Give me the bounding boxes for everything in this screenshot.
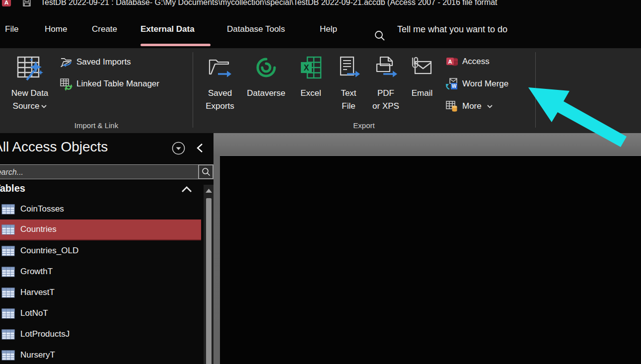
more-label: More (462, 101, 482, 111)
excel-label: Excel (294, 87, 327, 100)
svg-text:W: W (452, 83, 457, 89)
export-access-button[interactable]: A Access (445, 55, 490, 69)
table-row[interactable]: CoinTosses (0, 199, 201, 219)
table-icon (1, 224, 15, 235)
svg-text:A: A (4, 0, 9, 6)
window-title: TestDB 2022-09-21 : Database- G:\My Docu… (41, 0, 498, 7)
table-row[interactable]: LotNoT (0, 303, 201, 324)
email-icon (410, 55, 434, 81)
dataverse-label: Dataverse (242, 87, 290, 100)
linked-table-manager-icon (60, 77, 73, 91)
email-label: Email (406, 87, 438, 100)
saved-imports-label: Saved Imports (76, 57, 131, 67)
tell-me-box[interactable]: Tell me what you want to do (397, 21, 507, 38)
pdf-xps-icon (373, 55, 398, 81)
saved-exports-button[interactable]: Saved Exports (200, 51, 240, 130)
table-icon (1, 204, 15, 215)
word-merge-icon: W (445, 77, 459, 91)
table-row-selected[interactable]: Countries (0, 219, 201, 240)
nav-search-button[interactable] (198, 164, 214, 179)
search-icon (374, 30, 386, 42)
table-icon (1, 288, 15, 298)
text-file-button[interactable]: Text File (332, 51, 365, 130)
table-icon (1, 246, 15, 256)
dataverse-button[interactable]: Dataverse (242, 51, 290, 130)
dataverse-icon (254, 55, 278, 81)
nav-scrollbar[interactable] (204, 185, 214, 364)
collapse-group-chevron-icon[interactable] (181, 186, 193, 193)
saved-imports-button[interactable]: Saved Imports (60, 55, 131, 69)
access-app-icon: A (1, 0, 11, 7)
save-icon[interactable] (22, 0, 32, 7)
excel-button[interactable]: X Excel (294, 51, 327, 130)
nav-search-box[interactable] (0, 164, 214, 179)
new-data-source-icon (16, 55, 44, 83)
table-row[interactable]: HarvestT (0, 282, 201, 303)
tab-create[interactable]: Create (92, 21, 117, 38)
shutter-bar-close-icon[interactable] (196, 143, 205, 153)
table-row[interactable]: GrowthT (0, 261, 201, 282)
document-area (220, 155, 641, 364)
saved-exports-label-1: Saved (200, 87, 240, 100)
table-icon (1, 308, 15, 319)
svg-text:X: X (304, 64, 309, 72)
saved-imports-icon (60, 56, 73, 69)
pdf-xps-label-2: or XPS (368, 100, 403, 113)
table-icon (1, 329, 15, 340)
more-icon (445, 100, 459, 113)
table-icon (1, 267, 15, 277)
chevron-down-icon (487, 105, 493, 108)
nav-menu-circle-chevron-icon[interactable] (172, 142, 185, 155)
word-merge-label: Word Merge (462, 79, 508, 89)
pdf-xps-button[interactable]: PDF or XPS (368, 51, 403, 130)
group-label-import-link: Import & Link (0, 121, 193, 131)
ribbon-group-separator (535, 52, 536, 128)
access-window: A TestDB 2022-09-21 : Database- G:\My Do… (0, 0, 641, 364)
nav-search-input[interactable] (0, 165, 197, 179)
title-bar: A TestDB 2022-09-21 : Database- G:\My Do… (0, 0, 641, 8)
export-access-icon: A (445, 55, 459, 69)
more-button[interactable]: More (445, 99, 493, 113)
svg-text:A: A (448, 58, 452, 64)
new-data-source-label-1: New Data (2, 87, 58, 100)
saved-exports-label-2: Exports (200, 100, 240, 113)
workspace: All Access Objects Tables (0, 133, 641, 364)
scroll-up-icon[interactable] (204, 185, 214, 197)
text-file-icon (336, 55, 361, 81)
email-button[interactable]: Email (406, 51, 438, 130)
top-band: A TestDB 2022-09-21 : Database- G:\My Do… (0, 0, 641, 48)
tables-group-header[interactable]: Tables (0, 183, 179, 198)
linked-table-manager-label: Linked Table Manager (76, 79, 159, 89)
excel-icon: X (299, 55, 323, 81)
group-label-export: Export (193, 121, 535, 131)
tab-external-data[interactable]: External Data (141, 21, 195, 38)
text-file-label-1: Text (332, 87, 365, 100)
new-data-source-label-2: Source (13, 101, 40, 111)
pdf-xps-label-1: PDF (368, 87, 403, 100)
tab-help[interactable]: Help (320, 21, 337, 38)
word-merge-button[interactable]: W Word Merge (445, 77, 508, 91)
active-tab-underline (141, 44, 211, 46)
table-row[interactable]: Countries_OLD (0, 240, 201, 261)
ribbon-group-separator (193, 52, 193, 128)
magnifier-icon (201, 167, 211, 177)
nav-pane-title: All Access Objects (0, 139, 167, 159)
text-file-label-2: File (332, 100, 365, 113)
table-row[interactable]: LotProductsJ (0, 324, 201, 345)
navigation-pane: All Access Objects Tables (0, 133, 214, 364)
nav-scrollbar-thumb[interactable] (206, 198, 212, 364)
saved-exports-icon (208, 55, 232, 81)
new-data-source-button[interactable]: New Data Source (2, 51, 58, 130)
tab-home[interactable]: Home (45, 21, 67, 38)
export-access-label: Access (462, 57, 490, 67)
tab-file[interactable]: File (5, 21, 18, 38)
table-icon (1, 350, 15, 361)
table-row[interactable]: NurseryT (0, 345, 201, 364)
chevron-down-icon (41, 105, 47, 108)
linked-table-manager-button[interactable]: Linked Table Manager (60, 77, 159, 91)
ribbon-external-data: New Data Source Saved Imports (0, 48, 641, 133)
tab-database-tools[interactable]: Database Tools (227, 21, 285, 38)
